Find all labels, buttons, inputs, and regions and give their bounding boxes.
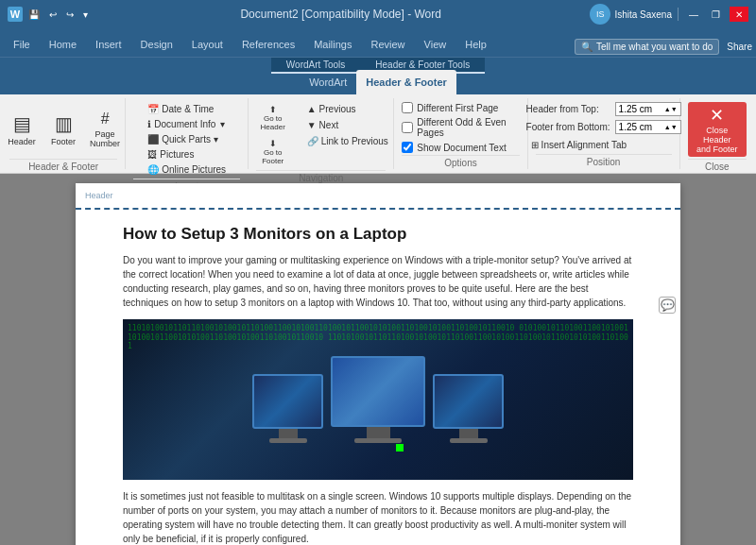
qat-customize-button[interactable]: ▾: [79, 8, 92, 22]
tab-home[interactable]: Home: [40, 32, 86, 57]
page-number-label: Page: [95, 129, 115, 139]
page-number-button[interactable]: # Page Number: [85, 102, 125, 157]
hf-group-label: Header & Footer: [9, 159, 117, 174]
online-pictures-label: Online Pictures: [162, 164, 226, 175]
date-time-button[interactable]: 📅 Date & Time: [143, 102, 218, 116]
share-button[interactable]: Share: [727, 42, 752, 52]
nav-buttons-col1: ⬆ Go to Header ⬇ Go to Footer: [249, 102, 297, 168]
monitor-center: [331, 356, 425, 443]
user-area: IS Ishita Saxena: [590, 4, 672, 25]
quick-parts-label: Quick Parts ▾: [162, 134, 217, 145]
go-to-footer-button[interactable]: ⬇ Go to Footer: [249, 136, 297, 168]
search-icon: 🔍: [581, 42, 593, 52]
footer-from-bottom-input[interactable]: 1.25 cm ▲▼: [615, 120, 681, 134]
close-header-footer-label: Close Headerand Footer: [696, 126, 739, 154]
document-info-icon: ℹ: [147, 119, 151, 129]
next-button[interactable]: ▼ Next: [302, 118, 393, 132]
date-time-icon: 📅: [147, 104, 159, 114]
header-indicator-text: Header: [85, 191, 113, 200]
monitor-base-center: [354, 438, 402, 443]
maximize-button[interactable]: ❐: [707, 7, 726, 22]
header-from-top-spinner[interactable]: ▲▼: [664, 106, 678, 112]
monitor-stand-left: [279, 429, 298, 438]
different-odd-even-label: Different Odd & Even Pages: [417, 117, 519, 138]
different-odd-even-checkbox[interactable]: Different Odd & Even Pages: [402, 117, 519, 138]
tab-references[interactable]: References: [232, 32, 304, 57]
different-first-page-input[interactable]: [402, 102, 413, 113]
tell-me-label: Tell me what you want to do: [596, 42, 713, 52]
footer-from-bottom-spinner[interactable]: ▲▼: [664, 124, 678, 130]
monitor-stand-center: [367, 427, 390, 438]
footer-from-bottom-row: Footer from Bottom: 1.25 cm ▲▼: [526, 120, 681, 134]
show-document-text-input[interactable]: [402, 142, 413, 153]
ribbon-group-insert: 📅 Date & Time ℹ Document Info ▾ ⬛ Quick …: [126, 98, 249, 169]
close-button[interactable]: ✕: [730, 7, 748, 22]
header-from-top-row: Header from Top: 1.25 cm ▲▼: [526, 102, 681, 116]
close-header-footer-icon: ✕: [710, 105, 724, 126]
redo-qat-button[interactable]: ↪: [62, 8, 77, 22]
show-document-text-checkbox[interactable]: Show Document Text: [402, 142, 506, 153]
header-label: Header: [8, 137, 36, 146]
tab-view[interactable]: View: [415, 32, 456, 57]
footer-button[interactable]: ▥ Footer: [43, 102, 83, 157]
comment-bubble-1[interactable]: 💬: [659, 297, 676, 314]
tab-file[interactable]: File: [4, 32, 40, 57]
insert-alignment-tab-button[interactable]: ⊞ Insert Alignment Tab: [526, 138, 631, 152]
ribbon: ▤ Header ▥ Footer # Page Number Header &…: [0, 94, 756, 174]
monitor-left: [252, 374, 323, 443]
date-time-label: Date & Time: [162, 104, 214, 114]
monitor-screen-center: [331, 356, 425, 427]
tab-header-footer[interactable]: Header & Footer: [356, 70, 456, 94]
tab-insert[interactable]: Insert: [86, 32, 131, 57]
monitor-screen-left: [252, 374, 323, 429]
header-from-top-input[interactable]: 1.25 cm ▲▼: [615, 102, 681, 116]
insert-alignment-tab-label: Insert Alignment Tab: [541, 140, 627, 150]
tab-review[interactable]: Review: [362, 32, 415, 57]
go-to-header-icon: ⬆: [269, 105, 277, 114]
title-bar-left: W 💾 ↩ ↪ ▾: [8, 7, 92, 22]
word-icon: W: [8, 7, 23, 22]
ribbon-group-navigation: ⬆ Go to Header ⬇ Go to Footer ▲ Previous…: [249, 98, 394, 169]
tab-design[interactable]: Design: [131, 32, 182, 57]
tab-wordart[interactable]: WordArt: [300, 70, 356, 94]
tell-me-input[interactable]: 🔍 Tell me what you want to do: [575, 39, 719, 55]
document-info-label: Document Info: [154, 119, 215, 129]
footer-from-bottom-label: Footer from Bottom:: [526, 122, 611, 132]
page-number-icon: #: [101, 111, 110, 128]
online-pictures-button[interactable]: 🌐 Online Pictures: [143, 162, 231, 177]
quick-parts-button[interactable]: ⬛ Quick Parts ▾: [143, 132, 222, 146]
paragraph-1: Do you want to improve your gaming or mu…: [123, 253, 633, 310]
document-info-button[interactable]: ℹ Document Info ▾: [143, 117, 230, 131]
close-header-footer-button[interactable]: ✕ Close Headerand Footer: [688, 102, 747, 157]
go-to-footer-label: Go to Footer: [252, 148, 294, 165]
save-qat-button[interactable]: 💾: [25, 8, 43, 22]
link-to-previous-button[interactable]: 🔗 Link to Previous: [302, 134, 393, 148]
previous-button[interactable]: ▲ Previous: [302, 102, 393, 116]
header-from-top-label: Header from Top:: [526, 104, 611, 114]
options-group-label: Options: [402, 155, 519, 170]
header-indicator: Header: [76, 183, 680, 210]
show-document-text-label: Show Document Text: [417, 143, 506, 153]
different-odd-even-input[interactable]: [402, 122, 413, 133]
tab-layout[interactable]: Layout: [182, 32, 232, 57]
undo-qat-button[interactable]: ↩: [45, 8, 60, 22]
tab-help[interactable]: Help: [455, 32, 496, 57]
ribbon-group-content-nav: ⬆ Go to Header ⬇ Go to Footer ▲ Previous…: [249, 98, 393, 168]
monitor-group: [252, 356, 504, 443]
ribbon-group-close: ✕ Close Headerand Footer Close: [680, 98, 754, 169]
monitor-stand-right: [459, 429, 478, 438]
document-title: Document2 [Compatibility Mode] - Word: [240, 8, 441, 21]
title-bar: W 💾 ↩ ↪ ▾ Document2 [Compatibility Mode]…: [0, 0, 756, 28]
next-icon: ▼: [307, 120, 317, 130]
minimize-button[interactable]: —: [684, 7, 703, 22]
different-first-page-checkbox[interactable]: Different First Page: [402, 102, 498, 113]
header-icon: ▤: [13, 112, 31, 135]
header-button[interactable]: ▤ Header: [2, 102, 42, 157]
pictures-button[interactable]: 🖼 Pictures: [143, 147, 198, 162]
go-to-header-button[interactable]: ⬆ Go to Header: [249, 102, 297, 134]
ribbon-tab-bar: File Home Insert Design Layout Reference…: [0, 28, 756, 57]
link-icon: 🔗: [307, 136, 318, 146]
user-name: Ishita Saxena: [614, 9, 672, 20]
tab-mailings[interactable]: Mailings: [304, 32, 361, 57]
nav-buttons-col2: ▲ Previous ▼ Next 🔗 Link to Previous: [302, 102, 393, 148]
